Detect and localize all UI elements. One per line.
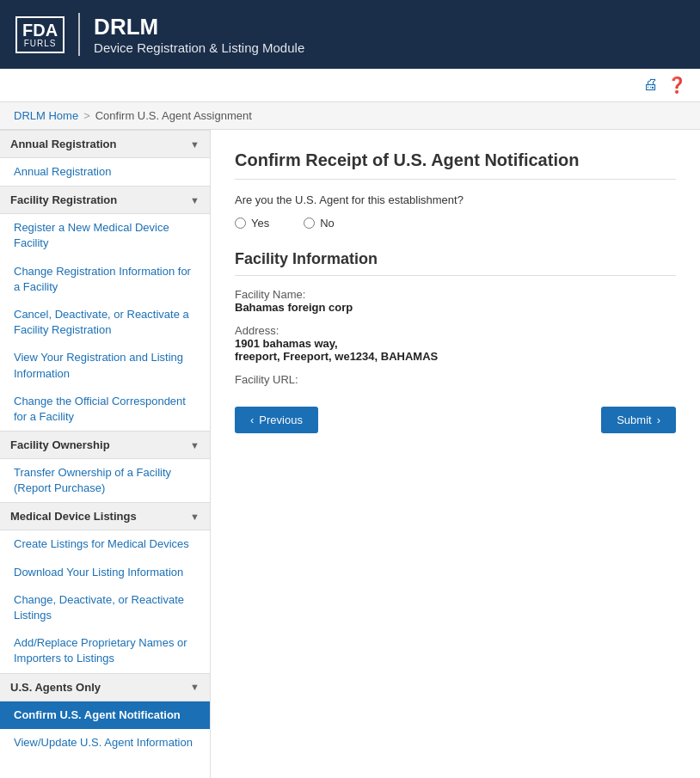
fda-text: FDA (22, 21, 58, 39)
facility-name-value: Bahamas foreign corp (235, 301, 676, 314)
sidebar-item-register-new[interactable]: Register a New Medical Device Facility (0, 214, 210, 257)
sidebar-section-medical-device-listings-label: Medical Device Listings (10, 510, 137, 523)
sidebar-section-annual-registration-label: Annual Registration (10, 138, 117, 150)
breadcrumb-separator: > (83, 109, 90, 122)
prev-arrow-icon: ‹ (250, 414, 254, 426)
sidebar-section-us-agents-only-label: U.S. Agents Only (10, 681, 101, 694)
breadcrumb-home[interactable]: DRLM Home (14, 109, 78, 122)
sidebar-item-create-listings[interactable]: Create Listings for Medical Devices (0, 530, 210, 558)
facility-address-row: Address: 1901 bahamas way, freeport, Fre… (235, 324, 676, 363)
breadcrumb: DRLM Home > Confirm U.S. Agent Assignmen… (0, 102, 700, 130)
sidebar: Annual Registration ▼ Annual Registratio… (0, 130, 211, 778)
app-name: DRLM (94, 14, 304, 40)
sidebar-item-add-replace[interactable]: Add/Replace Proprietary Names or Importe… (0, 629, 210, 672)
form-question: Are you the U.S. Agent for this establis… (235, 193, 676, 206)
sidebar-item-confirm-notification[interactable]: Confirm U.S. Agent Notification (0, 701, 210, 729)
sidebar-section-annual-registration[interactable]: Annual Registration ▼ (0, 130, 210, 158)
sidebar-section-facility-ownership-label: Facility Ownership (10, 438, 110, 451)
facility-address-label: Address: (235, 324, 676, 337)
sidebar-item-cancel-deactivate[interactable]: Cancel, Deactivate, or Reactivate a Faci… (0, 301, 210, 344)
button-row: ‹ Previous Submit › (235, 407, 676, 433)
facility-url-label: Facility URL: (235, 373, 676, 386)
radio-group-us-agent: Yes No (235, 217, 676, 230)
main-layout: Annual Registration ▼ Annual Registratio… (0, 130, 700, 778)
facility-name-label: Facility Name: (235, 288, 676, 301)
facility-address-line2: freeport, Freeport, we1234, BAHAMAS (235, 350, 438, 363)
sidebar-section-facility-ownership-arrow: ▼ (190, 440, 200, 450)
facility-info-title: Facility Information (235, 250, 676, 276)
sidebar-section-medical-device-listings-arrow: ▼ (190, 512, 200, 522)
sidebar-section-us-agents-only-arrow: ▼ (190, 682, 200, 692)
sidebar-item-transfer-ownership[interactable]: Transfer Ownership of a Facility (Report… (0, 459, 210, 502)
sidebar-section-us-agents-only[interactable]: U.S. Agents Only ▼ (0, 673, 210, 701)
sidebar-item-change-correspondent[interactable]: Change the Official Correspondent for a … (0, 388, 210, 431)
page-title: Confirm Receipt of U.S. Agent Notificati… (235, 150, 676, 180)
print-icon[interactable]: 🖨 (643, 76, 659, 95)
radio-yes-label[interactable]: Yes (235, 217, 269, 230)
facility-name-row: Facility Name: Bahamas foreign corp (235, 288, 676, 314)
radio-yes-text: Yes (251, 217, 269, 230)
radio-no[interactable] (304, 217, 315, 229)
toolbar-row: 🖨 ❓ (0, 69, 700, 102)
sidebar-item-view-reg[interactable]: View Your Registration and Listing Infor… (0, 344, 210, 387)
sidebar-item-download-listing[interactable]: Download Your Listing Information (0, 559, 210, 586)
sidebar-item-change-listings[interactable]: Change, Deactivate, or Reactivate Listin… (0, 586, 210, 629)
header-divider (78, 13, 80, 56)
submit-arrow-icon: › (657, 414, 660, 426)
sidebar-section-facility-ownership[interactable]: Facility Ownership ▼ (0, 431, 210, 459)
breadcrumb-current: Confirm U.S. Agent Assignment (95, 109, 252, 122)
fda-logo: FDA FURLS (15, 16, 64, 53)
radio-no-label[interactable]: No (304, 217, 335, 230)
sidebar-section-facility-registration-arrow: ▼ (190, 195, 200, 205)
facility-info-section: Facility Information Facility Name: Baha… (235, 250, 676, 386)
sidebar-item-change-reg[interactable]: Change Registration Information for a Fa… (0, 258, 210, 301)
sidebar-item-view-update-agent[interactable]: View/Update U.S. Agent Information (0, 729, 210, 757)
help-icon[interactable]: ❓ (667, 76, 686, 95)
previous-button[interactable]: ‹ Previous (235, 407, 318, 433)
app-subtitle: Device Registration & Listing Module (94, 40, 304, 55)
submit-button-label: Submit (617, 414, 651, 426)
furls-text: FURLS (24, 39, 57, 48)
sidebar-section-annual-registration-arrow: ▼ (190, 139, 200, 150)
facility-address-line1: 1901 bahamas way, (235, 337, 338, 350)
radio-no-text: No (320, 217, 335, 230)
sidebar-section-facility-registration[interactable]: Facility Registration ▼ (0, 186, 210, 214)
content-area: Confirm Receipt of U.S. Agent Notificati… (211, 130, 700, 778)
app-header: FDA FURLS DRLM Device Registration & Lis… (0, 0, 700, 69)
sidebar-section-facility-registration-label: Facility Registration (10, 193, 117, 206)
sidebar-section-medical-device-listings[interactable]: Medical Device Listings ▼ (0, 502, 210, 530)
radio-yes[interactable] (235, 217, 246, 229)
submit-button[interactable]: Submit › (601, 407, 676, 433)
header-title-block: DRLM Device Registration & Listing Modul… (94, 14, 304, 55)
facility-url-row: Facility URL: (235, 373, 676, 386)
facility-address-value: 1901 bahamas way, freeport, Freeport, we… (235, 337, 676, 363)
previous-button-label: Previous (259, 414, 303, 426)
sidebar-item-annual-reg[interactable]: Annual Registration (0, 158, 210, 186)
